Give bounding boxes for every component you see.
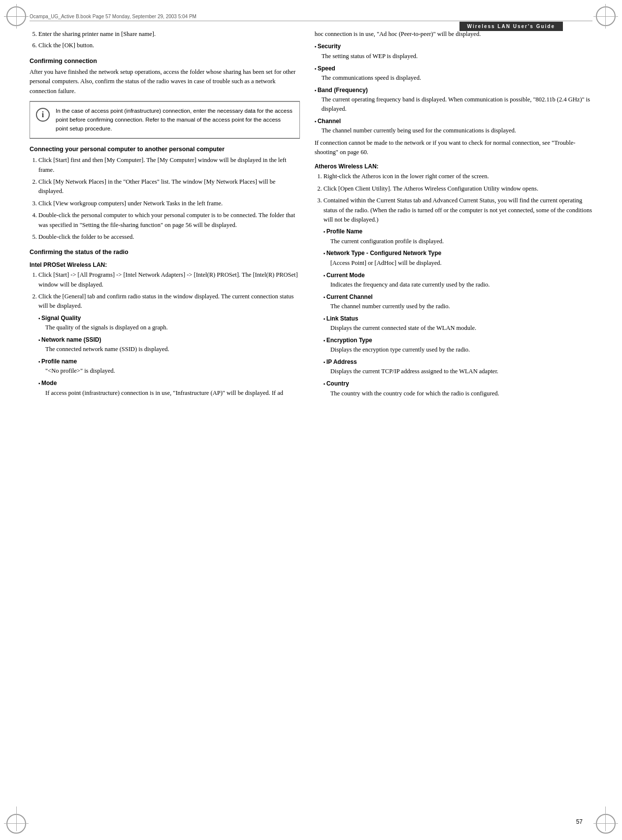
header-bar: Wireless LAN User's Guide (459, 18, 592, 31)
atheros-step-2: Click [Open Client Utility]. The Atheros… (324, 184, 592, 194)
info-box: i In the case of access point (infrastru… (30, 101, 300, 139)
confirming-connection-para: After you have finished the network setu… (30, 67, 300, 96)
book-reference: Ocampa_UG_Active B.book Page 57 Monday, … (30, 14, 196, 19)
initial-steps-list: Enter the sharing printer name in [Share… (38, 30, 300, 51)
bullet-current-mode: Current Mode Indicates the frequency and… (324, 271, 592, 290)
bullet-profile-name: Profile Name The current configuration p… (324, 227, 592, 246)
connecting-heading: Connecting your personal computer to ano… (30, 146, 300, 153)
bullet-mode: Mode If access point (infrastructure) co… (38, 379, 300, 397)
bullet-ip-address: IP Address Displays the current TCP/IP a… (324, 357, 592, 376)
bullet-security: Security The setting status of WEP is di… (315, 42, 592, 61)
step-6: Click the [OK] button. (38, 41, 300, 50)
page-number: 57 (576, 818, 583, 825)
corner-decoration-br (589, 807, 618, 836)
atheros-heading: Atheros Wireless LAN: (315, 163, 592, 170)
right-top-bullets: Security The setting status of WEP is di… (315, 42, 592, 135)
connecting-steps-list: Click [Start] first and then [My Compute… (38, 156, 300, 242)
info-icon: i (36, 108, 50, 122)
corner-decoration-bl (4, 807, 33, 836)
confirming-radio-heading: Confirming the status of the radio (30, 249, 300, 256)
connect-step-5: Double-click the folder to be accessed. (38, 232, 300, 242)
left-column: Enter the sharing printer name in [Share… (30, 30, 300, 810)
atheros-step-3: Contained within the Current Status tab … (324, 196, 592, 398)
intel-step-2: Click the [General] tab and confirm radi… (38, 292, 300, 397)
corner-decoration-tl (4, 4, 33, 33)
intel-bullets: Signal Quality The quality of the signal… (38, 314, 300, 398)
connect-step-1: Click [Start] first and then [My Compute… (38, 156, 300, 175)
bullet-network-name: Network name (SSID) The connected networ… (38, 335, 300, 354)
bullet-speed: Speed The communications speed is displa… (315, 64, 592, 83)
connect-step-3: Click [View workgroup computers] under N… (38, 199, 300, 208)
bullet-country: Country The country with the country cod… (324, 379, 592, 398)
connect-step-2: Click [My Network Places] in the "Other … (38, 177, 300, 196)
step-5: Enter the sharing printer name in [Share… (38, 30, 300, 39)
bullet-current-channel: Current Channel The channel number curre… (324, 292, 592, 311)
intel-steps-list: Click [Start] -> [All Programs] -> [Inte… (38, 270, 300, 397)
if-connection-para: If connection cannot be made to the netw… (315, 138, 592, 158)
right-column: hoc connection is in use, "Ad hoc (Peer-… (315, 30, 592, 810)
corner-decoration-tr (589, 4, 618, 33)
bullet-band: Band (Frequency) The current operating f… (315, 86, 592, 114)
main-content: Enter the sharing printer name in [Share… (30, 30, 592, 810)
intel-step-1: Click [Start] -> [All Programs] -> [Inte… (38, 270, 300, 290)
bullet-channel: Channel The channel number currently bei… (315, 117, 592, 135)
connect-step-4: Double-click the personal computer to wh… (38, 211, 300, 230)
mode-continued: hoc connection is in use, "Ad hoc (Peer-… (315, 30, 592, 39)
bullet-profile-name-left: Profile name "<No profile>" is displayed… (38, 357, 300, 376)
bullet-encryption-type: Encryption Type Displays the encryption … (324, 336, 592, 355)
atheros-steps-list: Right-click the Atheros icon in the lowe… (324, 172, 592, 398)
bullet-signal-quality: Signal Quality The quality of the signal… (38, 314, 300, 332)
bullet-network-type: Network Type - Configured Network Type [… (324, 249, 592, 267)
intel-heading: Intel PROSet Wireless LAN: (30, 261, 300, 268)
atheros-step-1: Right-click the Atheros icon in the lowe… (324, 172, 592, 181)
info-box-text: In the case of access point (infrastruct… (56, 107, 294, 133)
bullet-link-status: Link Status Displays the current connect… (324, 314, 592, 333)
page-container: Ocampa_UG_Active B.book Page 57 Monday, … (0, 0, 622, 840)
atheros-bullets: Profile Name The current configuration p… (324, 227, 592, 398)
confirming-connection-heading: Confirming connection (30, 58, 300, 65)
